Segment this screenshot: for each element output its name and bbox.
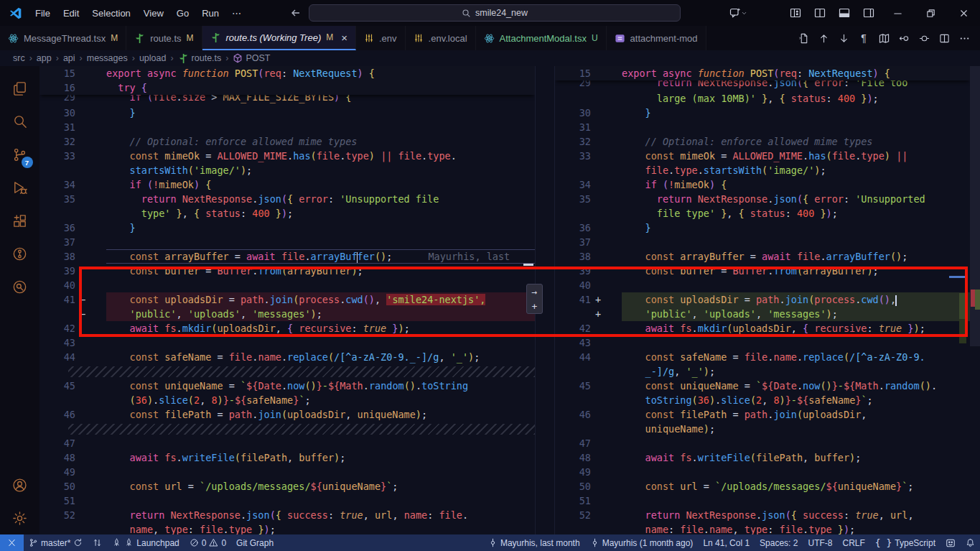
breadcrumb-messages[interactable]: messages — [87, 53, 128, 63]
tab-messagethread.tsx[interactable]: MessageThread.tsxM — [0, 26, 126, 50]
code-text: const uniqueName = `${Date.now()}-${Math… — [106, 379, 535, 393]
code-line: 43 — [555, 335, 970, 350]
sync-icon — [73, 538, 83, 547]
git-graph[interactable]: Git Graph — [231, 534, 279, 551]
search-input[interactable]: smile24_new — [309, 4, 681, 22]
remote-indicator[interactable] — [0, 534, 24, 551]
diff-editor-modified[interactable]: 15export async function POST(req: NextRe… — [554, 66, 970, 534]
scrollbar[interactable] — [970, 66, 980, 534]
activity-gitlens-inspect[interactable] — [3, 270, 37, 303]
line-number: 39 — [555, 264, 622, 278]
close-icon[interactable]: × — [341, 32, 347, 44]
menu-view[interactable]: View — [138, 5, 169, 22]
layout-grid-icon[interactable] — [783, 0, 808, 26]
code-text: type' }, { status: 400 }); — [106, 206, 535, 221]
minimize-button[interactable] — [881, 0, 914, 26]
diff-action-widget[interactable]: → + — [526, 284, 543, 314]
activity-source-control[interactable]: 7 — [3, 138, 37, 171]
activity-search[interactable] — [3, 105, 37, 138]
revert-arrow-icon[interactable]: → — [532, 287, 538, 297]
split-columns-icon[interactable] — [808, 0, 832, 26]
stage-plus-icon[interactable]: + — [532, 301, 538, 312]
breadcrumb-app[interactable]: app — [37, 53, 52, 63]
tab-attachmentmodal.tsx[interactable]: AttachmentModal.tsxU — [476, 26, 607, 50]
inline-view-icon[interactable] — [895, 29, 913, 47]
line-number: 43 — [39, 335, 106, 350]
split-editor-icon[interactable] — [935, 29, 953, 47]
line-number — [39, 393, 106, 407]
breadcrumb: src›app›api›messages›upload›route.ts›POS… — [0, 50, 980, 66]
code-line: 36 } — [555, 221, 970, 235]
tab-modified-badge: M — [111, 33, 118, 43]
blame-committed[interactable]: Mayurhis (1 month ago) — [585, 534, 699, 551]
line-number: 31 — [39, 120, 106, 134]
code-line: 32 // Optional: enforce allowed mime typ… — [39, 134, 535, 149]
tab-bar: MessageThread.tsxMroute.tsMroute.ts (Wor… — [0, 26, 980, 50]
encoding[interactable]: UTF-8 — [803, 534, 837, 551]
code-text: export async function POST(req: NextRequ… — [622, 66, 970, 80]
menu-go[interactable]: Go — [171, 5, 195, 22]
eol[interactable]: CRLF — [837, 534, 869, 551]
code-line: 38 const arrayBuffer = await file.arrayB… — [39, 249, 535, 264]
activity-gitlens[interactable] — [3, 237, 37, 270]
breadcrumb-upload[interactable]: upload — [139, 53, 167, 63]
activity-extensions[interactable] — [3, 204, 37, 237]
line-number: 46 — [39, 407, 106, 422]
code-line: 29 if (file.size > MAX_FILE_SIZE_BYTES) … — [39, 95, 535, 106]
launchpad[interactable]: Launchpad — [107, 534, 184, 551]
feedback[interactable] — [941, 534, 961, 551]
code-text: const arrayBuffer = await file.arrayBuff… — [106, 249, 535, 264]
tab-.env[interactable]: .env — [356, 26, 406, 50]
blame-working[interactable]: Mayurhis, last month — [483, 534, 585, 551]
activity-accounts[interactable] — [3, 468, 37, 501]
line-number: 29 — [39, 95, 106, 106]
git-compare[interactable] — [88, 534, 107, 551]
next-change-icon[interactable] — [835, 29, 852, 47]
menu-edit[interactable]: Edit — [57, 5, 85, 22]
swap-icon[interactable] — [915, 29, 933, 47]
activity-run-debug[interactable] — [3, 171, 37, 204]
language-mode[interactable]: { }TypeScript — [870, 534, 941, 551]
code-text: const filePath = path.join(uploadsDir, — [622, 407, 970, 422]
breadcrumb-post[interactable]: POST — [233, 53, 270, 63]
indentation[interactable]: Spaces: 2 — [755, 534, 803, 551]
tab-attachment-mod[interactable]: attachment-mod — [607, 26, 706, 50]
notifications[interactable] — [961, 534, 980, 551]
prev-change-icon[interactable] — [815, 29, 832, 47]
menu-bar: FileEditSelectionViewGoRun⋯ — [29, 5, 247, 22]
activity-explorer[interactable] — [3, 72, 37, 105]
menu-[interactable]: ⋯ — [226, 5, 247, 22]
diff-editor-original[interactable]: 15export async function POST(req: NextRe… — [39, 66, 535, 534]
line-number: 47 — [555, 436, 622, 450]
restore-button[interactable] — [914, 0, 947, 26]
tab-route.ts-working-tree-[interactable]: route.ts (Working Tree)M× — [202, 26, 356, 50]
more-actions-icon[interactable] — [956, 29, 973, 47]
code-text — [106, 494, 535, 508]
activity-settings[interactable] — [3, 501, 37, 534]
breadcrumb-src[interactable]: src — [13, 53, 25, 63]
line-number: 29 — [555, 80, 622, 91]
copilot-icon[interactable] — [722, 0, 755, 26]
tab-route.ts[interactable]: route.tsM — [126, 26, 202, 50]
git-branch[interactable]: master* — [24, 534, 88, 551]
problems[interactable]: 00 — [185, 534, 231, 551]
menu-file[interactable]: File — [29, 5, 56, 22]
code-line: 30 } — [39, 106, 535, 120]
menu-selection[interactable]: Selection — [86, 5, 136, 22]
sidebar-right-icon[interactable] — [857, 0, 881, 26]
breadcrumb-routets[interactable]: route.ts — [178, 53, 222, 64]
cursor-position[interactable]: Ln 41, Col 1 — [698, 534, 755, 551]
breadcrumb-api[interactable]: api — [63, 53, 75, 63]
line-number: 52 — [39, 508, 106, 522]
error-icon — [190, 538, 199, 547]
map-icon[interactable] — [875, 29, 892, 47]
whitespace-icon[interactable]: ¶ — [855, 29, 872, 47]
close-button[interactable] — [947, 0, 980, 26]
menu-run[interactable]: Run — [196, 5, 225, 22]
tab-.env.local[interactable]: .env.local — [406, 26, 476, 50]
open-file-icon[interactable] — [795, 29, 812, 47]
line-number — [555, 364, 622, 379]
back-icon[interactable] — [290, 7, 302, 19]
title-bar: FileEditSelectionViewGoRun⋯ smile24_new — [0, 0, 980, 26]
panel-bottom-icon[interactable] — [832, 0, 857, 26]
